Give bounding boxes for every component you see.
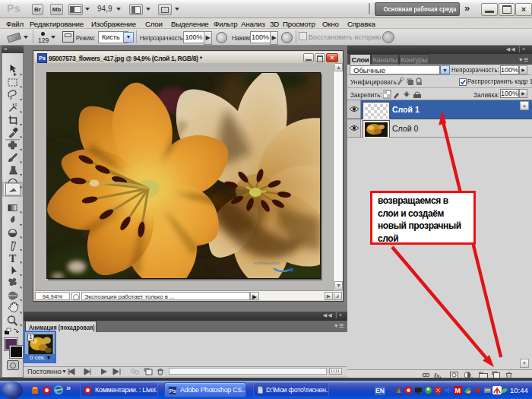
svg-text:T: T [9,253,17,264]
svg-text:e: e [56,385,60,394]
svg-text:M: M [455,387,461,394]
svg-text:sunflowers-photo: sunflowers-photo [254,261,280,265]
